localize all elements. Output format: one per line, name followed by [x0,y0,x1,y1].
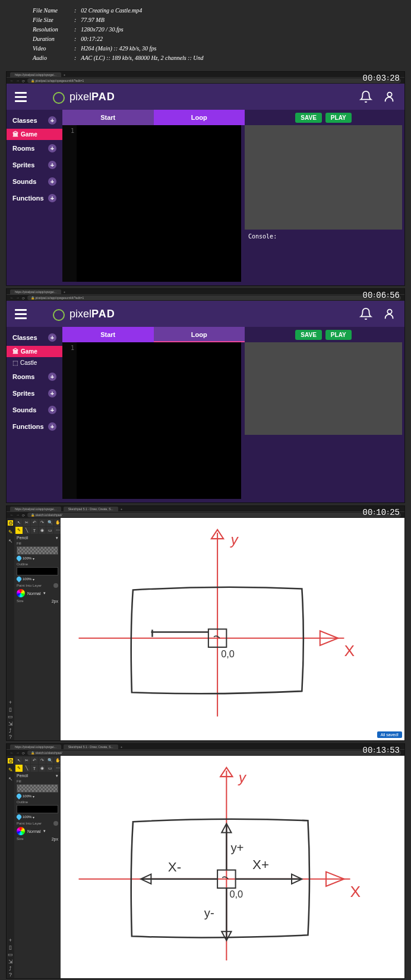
sidebar-sprites[interactable]: Sprites+ [7,385,62,402]
settings-icon[interactable]: ⚙ [8,520,13,526]
bell-icon[interactable] [359,307,372,320]
canvas[interactable]: y X 0,0 y+ y- X- [61,756,404,978]
tab-start[interactable]: Start [62,110,154,125]
tab-loop[interactable]: Loop [154,110,245,125]
sidebar-classes[interactable]: Classes+ [7,112,62,129]
saved-badge: All saved! [377,731,402,738]
browser-tab-2[interactable]: Sketchpad 5.1 - Draw, Create, S... [64,507,118,511]
cursor-icon[interactable]: ↖ [8,776,13,781]
bucket-tool[interactable]: ◉ [39,765,46,772]
add-icon[interactable]: + [8,937,13,943]
tab-loop[interactable]: Loop [154,327,245,342]
browser-tab[interactable]: https://pixelpad.io/app/xpwgei... [10,72,61,77]
add-sprite-icon[interactable]: + [48,389,56,397]
add-sprite-icon[interactable]: + [48,161,56,169]
sidebar-sounds[interactable]: Sounds+ [7,402,62,418]
opacity-icon [15,555,22,561]
add-function-icon[interactable]: + [48,194,56,202]
browser-tab[interactable]: https://pixelpad.io/app/xpwgei... [10,289,61,294]
folder-icon[interactable]: ▭ [8,714,13,719]
sidebar-classes[interactable]: Classes+ [7,329,62,346]
outline-swatch[interactable] [17,567,58,575]
sidebar-game[interactable]: 🏛 Game [7,129,62,140]
pen-tool-icon[interactable]: ✎ [8,529,13,534]
add-class-icon[interactable]: + [48,116,56,125]
select-tool[interactable]: ↖ [15,519,23,526]
text-tool[interactable]: T [31,527,38,534]
sidebar-functions[interactable]: Functions+ [7,190,62,206]
crop-tool[interactable]: ✂ [23,519,30,526]
brush-tool[interactable]: ╲ [23,527,30,534]
address-bar[interactable]: 🔒 sketch.io/sketchpad/ [27,750,401,755]
search-tool[interactable]: 🔍 [46,757,53,764]
layers-icon[interactable]: ▯ [8,944,13,950]
address-bar[interactable]: 🔒 pixelpad.io/app/xpwgesomkfi/?edit=1 [27,295,401,300]
code-editor[interactable]: 1 [62,342,241,499]
undo-tool[interactable]: ↶ [31,519,38,526]
canvas[interactable]: y X 0,0 All saved! [61,518,404,740]
browser-tab-2[interactable]: Sketchpad 5.1 - Draw, Create, S... [64,744,118,749]
folder-icon[interactable]: ▭ [8,952,13,957]
tab-start[interactable]: Start [62,327,154,342]
search-tool[interactable]: 🔍 [46,519,53,526]
sidebar-sprites[interactable]: Sprites+ [7,157,62,173]
save-button[interactable]: SAVE [295,113,322,123]
play-button[interactable]: PLAY [325,113,352,123]
share-icon[interactable]: ⤴ [8,728,13,733]
play-button[interactable]: PLAY [325,330,352,340]
bell-icon[interactable] [359,90,372,103]
undo-tool[interactable]: ↶ [31,757,38,764]
sidebar-functions[interactable]: Functions+ [7,418,62,435]
export-icon[interactable]: ⇲ [8,721,13,726]
cursor-icon[interactable]: ↖ [8,538,13,543]
toggle-icon[interactable] [53,583,58,588]
outline-swatch[interactable] [17,805,58,813]
help-icon[interactable]: ? [8,972,13,977]
user-icon[interactable] [383,307,396,320]
add-function-icon[interactable]: + [48,422,56,431]
pen-tool-icon[interactable]: ✎ [8,767,13,772]
fill-swatch[interactable] [17,784,58,793]
sidebar-castle[interactable]: ⬚ Castle [7,357,62,368]
sidebar-rooms[interactable]: Rooms+ [7,368,62,385]
menu-icon[interactable] [15,309,27,319]
menu-icon[interactable] [15,92,27,102]
layers-icon[interactable]: ▯ [8,707,13,712]
help-icon[interactable]: ? [8,734,13,739]
color-wheel-icon[interactable] [17,589,25,597]
logo-icon [50,90,65,104]
sidebar-rooms[interactable]: Rooms+ [7,140,62,157]
add-class-icon[interactable]: + [48,333,56,342]
redo-tool[interactable]: ↷ [39,757,46,764]
color-wheel-icon[interactable] [17,827,25,835]
add-room-icon[interactable]: + [48,144,56,152]
browser-tab[interactable]: https://pixelpad.io/app/xpwgei... [10,744,61,749]
brush-tool[interactable]: ╲ [23,765,30,772]
browser-tab[interactable]: https://pixelpad.io/app/xpwgei... [10,507,61,511]
redo-tool[interactable]: ↷ [39,519,46,526]
add-sound-icon[interactable]: + [48,177,56,186]
settings-icon[interactable]: ⚙ [8,758,13,763]
crop-tool[interactable]: ✂ [23,757,30,764]
fill-swatch[interactable] [17,546,58,555]
add-sound-icon[interactable]: + [48,406,56,414]
pencil-tool[interactable]: ✎ [15,765,23,772]
sidebar-sounds[interactable]: Sounds+ [7,173,62,190]
shape-tool[interactable]: ▭ [46,527,53,534]
pencil-tool[interactable]: ✎ [15,527,23,534]
add-room-icon[interactable]: + [48,373,56,381]
address-bar[interactable]: 🔒 pixelpad.io/app/xpwgesomkfi/?edit=1 [27,78,401,83]
save-button[interactable]: SAVE [295,330,322,340]
share-icon[interactable]: ⤴ [8,966,13,971]
export-icon[interactable]: ⇲ [8,959,13,964]
select-tool[interactable]: ↖ [15,757,23,764]
text-tool[interactable]: T [31,765,38,772]
shape-tool[interactable]: ▭ [46,765,53,772]
code-editor[interactable]: 1 [62,125,241,282]
add-icon[interactable]: + [8,699,13,705]
sidebar-game[interactable]: 🏛 Game [7,346,62,357]
toggle-icon[interactable] [53,821,58,826]
user-icon[interactable] [383,90,396,103]
address-bar[interactable]: 🔒 sketch.io/sketchpad/ [27,513,401,517]
bucket-tool[interactable]: ◉ [39,527,46,534]
